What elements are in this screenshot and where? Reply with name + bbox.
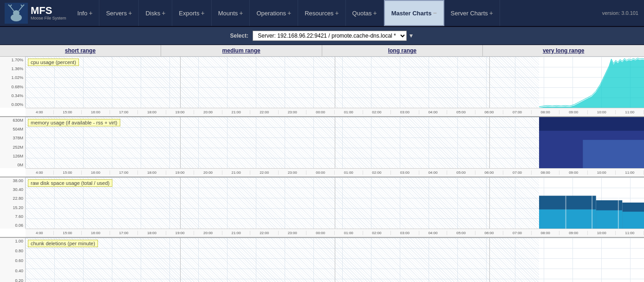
nav-plus-resources: + [335,9,338,17]
divider-2 [335,57,335,108]
svg-rect-20 [592,196,592,229]
server-select[interactable]: Server: 192.168.96.22:9421 / promote.cac… [253,31,407,41]
chunkdel-divider-3 [489,238,490,282]
nav-item-mounts[interactable]: Mounts + [212,0,250,26]
chart-row-memory: memory usage (if available - rss + virt)… [0,117,644,177]
svg-rect-12 [583,140,644,168]
range-medium[interactable]: medium range [161,45,322,56]
select-label: Select: [230,33,248,39]
logo-mfs: MFS [31,5,66,16]
svg-marker-9 [539,59,644,108]
nav-item-master-charts[interactable]: Master Charts − [384,0,444,26]
svg-rect-16 [539,210,596,229]
disk-plot [26,177,644,229]
svg-rect-21 [618,196,618,229]
range-short[interactable]: short range [0,45,161,56]
mem-divider-1 [180,117,181,168]
memory-data-area [539,117,644,168]
nav-plus-quotas: + [373,9,377,17]
disk-y-axis: 38.00 30.40 22.80 15.20 7.60 0.06 [0,177,26,229]
nav-plus-disks: + [162,9,165,17]
chunk-del-plot [26,238,644,282]
memory-x-axis: 4:00 15:00 16:00 17:00 18:00 19:00 20:00… [26,168,644,177]
nav-items: Info + Servers + Disks + Exports + Mount… [71,0,500,26]
disk-data-area [539,177,644,229]
memory-y-axis: 630M 504M 378M 252M 126M 0M [0,117,26,168]
nav-item-disks[interactable]: Disks + [139,0,172,26]
disk-divider-2 [335,177,335,229]
cpu-chart-label: cpu usage (percent) [28,59,79,66]
nav-item-operations[interactable]: Operations + [250,0,298,26]
version-info: version: 3.0.101 [602,10,644,16]
charts-container: cpu usage (percent) 1.70% 1.36% 1.02% 0.… [0,57,644,282]
select-bar: Select: Server: 192.168.96.22:9421 / pro… [0,27,644,45]
chunkdel-divider-2 [335,238,335,282]
nav-item-servers[interactable]: Servers + [99,0,139,26]
range-vlong[interactable]: very long range [483,45,644,56]
nav-item-info[interactable]: Info + [71,0,100,26]
mem-divider-2 [335,117,335,168]
cpu-plot [26,57,644,108]
chart-inner-chunk-del: chunk deletions (per minute) 1.00 0.80 0… [0,238,644,282]
chunk-del-y-axis: 1.00 0.80 0.60 0.40 0.20 [0,238,26,282]
cpu-data-area [539,57,644,108]
disk-divider-3 [489,177,490,229]
divider-3 [489,57,490,108]
chart-inner-disk: raw disk space usage (total / used) 38.0… [0,177,644,237]
nav-minus-master-charts: − [433,9,436,17]
disk-chart-label: raw disk space usage (total / used) [28,179,112,187]
range-headers: short range medium range long range very… [0,45,644,57]
nav-plus-info: + [89,9,92,17]
chart-row-chunk-del: chunk deletions (per minute) 1.00 0.80 0… [0,238,644,282]
cpu-x-axis: 4:00 15:00 16:00 17:00 18:00 19:00 20:00… [26,108,644,116]
svg-rect-19 [565,196,566,229]
nav-item-quotas[interactable]: Quotas + [346,0,384,26]
nav-plus-operations: + [287,9,291,17]
nav-plus-server-charts: + [489,9,493,17]
chart-inner-memory: memory usage (if available - rss + virt)… [0,117,644,177]
disk-x-axis: 4:00 15:00 16:00 17:00 18:00 19:00 20:00… [26,229,644,237]
mem-divider-3 [489,117,490,168]
nav-plus-exports: + [201,9,204,17]
memory-chart-label: memory usage (if available - rss + virt) [28,119,120,126]
chunkdel-divider-1 [180,238,181,282]
chart-row-cpu: cpu usage (percent) 1.70% 1.36% 1.02% 0.… [0,57,644,117]
nav-item-resources[interactable]: Resources + [298,0,345,26]
cpu-y-axis: 1.70% 1.36% 1.02% 0.68% 0.34% 0.00% [0,57,26,108]
nav-plus-servers: + [128,9,132,17]
logo-area: MFS Moose File System [0,3,71,24]
disk-divider-1 [180,177,181,229]
logo-text: MFS Moose File System [31,5,66,21]
nav-plus-mounts: + [239,9,243,17]
logo-subtitle: Moose File System [31,16,66,21]
range-long[interactable]: long range [322,45,483,56]
top-navigation: MFS Moose File System Info + Servers + D… [0,0,644,27]
moose-logo-icon [5,3,28,24]
svg-rect-18 [622,212,644,229]
nav-item-server-charts[interactable]: Server Charts + [444,0,500,26]
nav-item-exports[interactable]: Exports + [172,0,211,26]
select-dropdown-icon: ▼ [409,33,414,39]
chart-inner-cpu: cpu usage (percent) 1.70% 1.36% 1.02% 0.… [0,57,644,116]
chart-row-disk: raw disk space usage (total / used) 38.0… [0,177,644,238]
chunk-del-chart-label: chunk deletions (per minute) [28,240,98,247]
divider-1 [180,57,181,108]
